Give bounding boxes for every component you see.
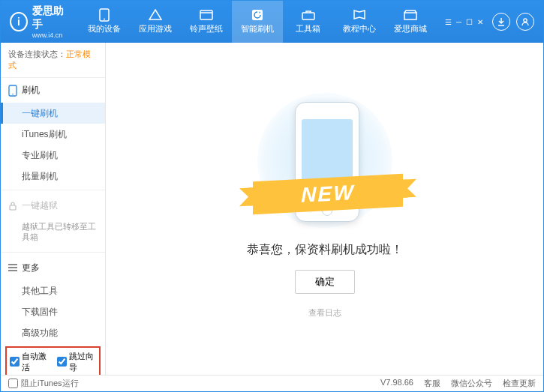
version-label: V7.98.66 [380,378,413,389]
sidebar: 设备连接状态：正常模式 刷机 一键刷机 iTunes刷机 专业刷机 批量刷机 一… [1,43,106,375]
nav-flash[interactable]: 智能刷机 [232,1,283,43]
menu-icon[interactable]: ☰ [445,18,452,26]
sidebar-section-more[interactable]: 更多 [1,256,105,280]
jailbreak-note: 越狱工具已转移至工具箱 [1,218,105,249]
nav-ringtones[interactable]: 铃声壁纸 [181,1,232,43]
sidebar-item-advanced[interactable]: 高级功能 [1,322,105,343]
sidebar-section-jailbreak: 一键越狱 [1,193,105,218]
top-bar: i 爱思助手 www.i4.cn 我的设备 应用游戏 铃声壁纸 智能刷机 工具箱 [1,1,543,43]
svg-point-1 [104,19,105,20]
new-ribbon: NEW [253,174,403,214]
svg-rect-4 [302,13,314,19]
wallpaper-icon [199,9,214,21]
success-illustration: NEW [242,99,407,230]
store-icon [403,9,418,21]
nav-tutorials[interactable]: 教程中心 [334,1,385,43]
lock-icon [8,201,17,211]
download-button[interactable] [492,13,510,31]
connection-status: 设备连接状态：正常模式 [1,43,105,78]
svg-rect-9 [10,205,16,210]
phone-icon [97,9,112,21]
svg-point-8 [12,93,14,94]
sidebar-item-download-firmware[interactable]: 下载固件 [1,301,105,322]
nav-label: 智能刷机 [241,23,274,34]
nav-label: 我的设备 [88,23,121,34]
user-button[interactable] [516,13,534,31]
sidebar-item-itunes-flash[interactable]: iTunes刷机 [1,124,105,145]
refresh-icon [250,9,265,21]
main-content: NEW 恭喜您，保资料刷机成功啦！ 确定 查看日志 [106,43,543,375]
nav-store[interactable]: 爱思商城 [385,1,436,43]
nav-label: 铃声壁纸 [190,23,223,34]
phone-icon [8,85,17,97]
maximize-icon[interactable]: ☐ [466,18,473,26]
sidebar-item-other-tools[interactable]: 其他工具 [1,280,105,301]
toolbox-icon [301,9,316,21]
minimize-icon[interactable]: ─ [456,18,461,26]
support-link[interactable]: 客服 [424,378,440,389]
close-icon[interactable]: ✕ [477,18,483,26]
window-controls: ☰ ─ ☐ ✕ [445,18,483,26]
check-update-link[interactable]: 检查更新 [503,378,536,389]
list-icon [8,264,17,271]
success-message: 恭喜您，保资料刷机成功啦！ [247,242,403,258]
options-box: 自动激活 跳过向导 [5,346,101,375]
nav-my-device[interactable]: 我的设备 [79,1,130,43]
logo-area: i 爱思助手 www.i4.cn [1,4,79,39]
main-nav: 我的设备 应用游戏 铃声壁纸 智能刷机 工具箱 教程中心 爱思商城 [79,1,436,43]
svg-rect-2 [200,10,212,19]
nav-label: 爱思商城 [394,23,427,34]
block-itunes-checkbox[interactable]: 阻止iTunes运行 [8,378,79,389]
app-title: 爱思助手 [32,4,70,31]
auto-activate-checkbox[interactable]: 自动激活 [10,351,50,373]
ok-button[interactable]: 确定 [295,270,355,294]
view-log-link[interactable]: 查看日志 [308,307,341,319]
svg-point-6 [524,19,527,22]
sidebar-section-flash[interactable]: 刷机 [1,78,105,103]
top-right: ☰ ─ ☐ ✕ [436,13,543,31]
skip-guide-checkbox[interactable]: 跳过向导 [57,351,97,373]
book-icon [352,9,367,21]
svg-rect-5 [404,13,416,19]
logo-icon: i [10,12,28,31]
svg-rect-3 [252,10,263,20]
nav-label: 教程中心 [343,23,376,34]
nav-label: 工具箱 [296,23,320,34]
apps-icon [148,9,163,21]
nav-label: 应用游戏 [139,23,172,34]
app-url: www.i4.cn [32,31,70,39]
sidebar-item-batch-flash[interactable]: 批量刷机 [1,166,105,187]
sidebar-item-oneclick-flash[interactable]: 一键刷机 [1,103,105,124]
wechat-link[interactable]: 微信公众号 [451,378,492,389]
status-bar: 阻止iTunes运行 V7.98.66 客服 微信公众号 检查更新 [1,375,543,391]
sidebar-item-pro-flash[interactable]: 专业刷机 [1,145,105,166]
nav-apps[interactable]: 应用游戏 [130,1,181,43]
nav-toolbox[interactable]: 工具箱 [283,1,334,43]
